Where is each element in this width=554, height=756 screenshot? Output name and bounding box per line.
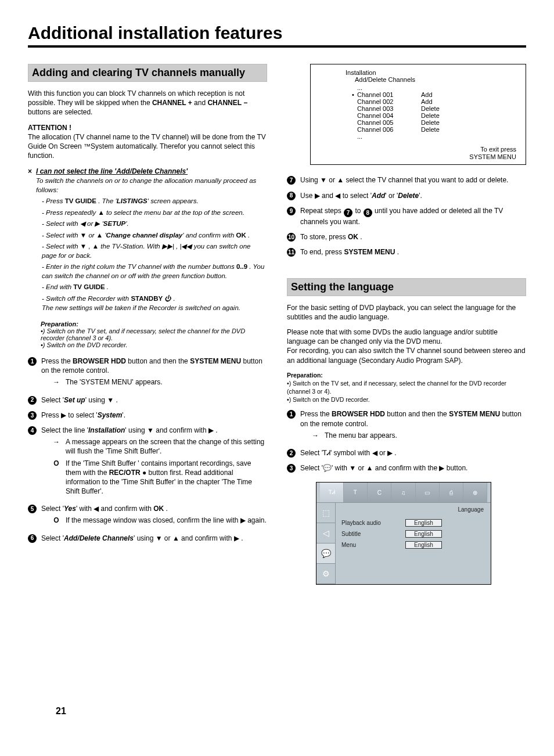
section-heading-channels: Adding and clearing TV channels manually [28, 64, 267, 82]
sidebar-icon: 💬 [316, 543, 335, 564]
osd-row: Channel 004Delete [349, 112, 516, 119]
inline-badge-7: 7 [344, 208, 352, 217]
osd-setting-row: SubtitleEnglish [341, 530, 485, 538]
osd-row: Channel 005Delete [349, 119, 516, 126]
intro-paragraph: With this function you can block TV chan… [28, 89, 267, 117]
page-number: 21 [56, 706, 66, 717]
osd-language-menu: ᎢᏗ Ꭲ C ♫ ▭ ⎙ ⊕ ⬚ ◁ 💬 ⚙ Language Playbac [316, 482, 491, 585]
sidebar-icon: ◁ [316, 523, 335, 543]
arrow-icon: → [52, 377, 61, 387]
tab-icon: Ꭲ [344, 483, 368, 502]
bullet-o-icon: O [52, 459, 61, 496]
bullet-o-icon: O [52, 516, 61, 525]
step-7: 7 Using ▼ or ▲ select the TV channel tha… [287, 175, 526, 185]
step-2: 2 Select 'Set up' using ▼ . [28, 395, 267, 405]
step-5: 5 Select 'Yes' with ◀ and confirm with O… [28, 504, 267, 527]
step-4: 4 Select the line 'Installation' using ▼… [28, 426, 267, 498]
step-badge-4: 4 [28, 426, 37, 435]
step-badge-5: 5 [28, 505, 37, 513]
tab-icon: ⎙ [440, 483, 463, 502]
step-badge-7: 7 [287, 176, 296, 185]
tab-icon: ♫ [391, 483, 415, 502]
osd-channel-list: Installation Add/Delete Channels ... •Ch… [310, 64, 526, 165]
step-9: 9 Repeat steps 7 to 8 until you have add… [287, 206, 526, 226]
lang-step-2: 2 Select 'ᎢᏗ' symbol with ◀ or ▶ . [287, 448, 526, 458]
step-6: 6 Select 'Add/Delete Channels' using ▼ o… [28, 534, 267, 543]
inline-badge-8: 8 [364, 208, 372, 217]
step-3: 3 Press ▶ to select 'System'. [28, 411, 267, 420]
lang-paragraph-2: Please note that with some DVDs the audi… [287, 327, 526, 365]
step-badge-8: 8 [287, 192, 296, 200]
arrow-icon: → [311, 431, 320, 440]
osd-tabs: ᎢᏗ Ꭲ C ♫ ▭ ⎙ ⊕ [316, 483, 491, 503]
osd-setting-row: MenuEnglish [341, 541, 485, 549]
osd-row: Channel 003Delete [349, 105, 516, 112]
step-badge-9: 9 [287, 207, 296, 215]
left-column: Adding and clearing TV channels manually… [28, 64, 267, 585]
step-8: 8 Use ▶ and ◀ to select 'Add' or 'Delete… [287, 191, 526, 200]
osd-setting-row: Playback audioEnglish [341, 519, 485, 527]
step-11: 11 To end, press SYSTEM MENU . [287, 247, 526, 257]
osd-row: Channel 006Delete [349, 126, 516, 133]
tab-icon: C [368, 483, 391, 502]
tab-icon: ⊕ [463, 483, 487, 502]
preparation-block: Preparation: •) Switch on the TV set, an… [41, 321, 267, 348]
arrow-icon: → [52, 437, 61, 456]
step-1: 1 Press the BROWSER HDD button and then … [28, 357, 267, 390]
step-badge-1: 1 [287, 410, 296, 419]
lang-paragraph-1: For the basic setting of DVD playback, y… [287, 303, 526, 322]
section-heading-language: Setting the language [287, 278, 526, 296]
sidebar-icon: ⬚ [316, 503, 335, 523]
osd-row: Channel 002Add [349, 98, 516, 105]
osd-row: •Channel 001Add [349, 91, 516, 98]
step-badge-3: 3 [28, 411, 37, 420]
right-column: Installation Add/Delete Channels ... •Ch… [287, 64, 526, 585]
step-badge-2: 2 [28, 396, 37, 405]
step-badge-2: 2 [287, 449, 296, 458]
troubleshoot-block: I can not select the line 'Add/Delete Ch… [28, 167, 267, 312]
step-badge-1: 1 [28, 357, 37, 366]
tab-icon: ▭ [416, 483, 440, 502]
tab-icon: ᎢᏗ [320, 483, 344, 502]
troubleshoot-title: I can not select the line 'Add/Delete Ch… [36, 167, 267, 175]
step-10: 10 To store, press OK . [287, 232, 526, 242]
osd-sidebar: ⬚ ◁ 💬 ⚙ [316, 503, 336, 584]
sidebar-icon: ⚙ [316, 564, 335, 584]
step-badge-3: 3 [287, 464, 296, 473]
attention-block: ATTENTION ! The allocation (TV channel n… [28, 123, 267, 161]
title-underline [28, 45, 526, 48]
step-badge-10: 10 [287, 233, 296, 242]
osd-language-label: Language [458, 506, 484, 513]
lang-preparation: Preparation: •) Switch on the TV set, an… [287, 371, 526, 404]
lang-step-3: 3 Select '💬' with ▼ or ▲ and confirm wit… [287, 463, 526, 473]
page-title: Additional installation features [28, 23, 526, 43]
step-badge-11: 11 [287, 248, 296, 257]
step-badge-6: 6 [28, 534, 37, 543]
lang-step-1: 1 Press the BROWSER HDD button and then … [287, 409, 526, 442]
